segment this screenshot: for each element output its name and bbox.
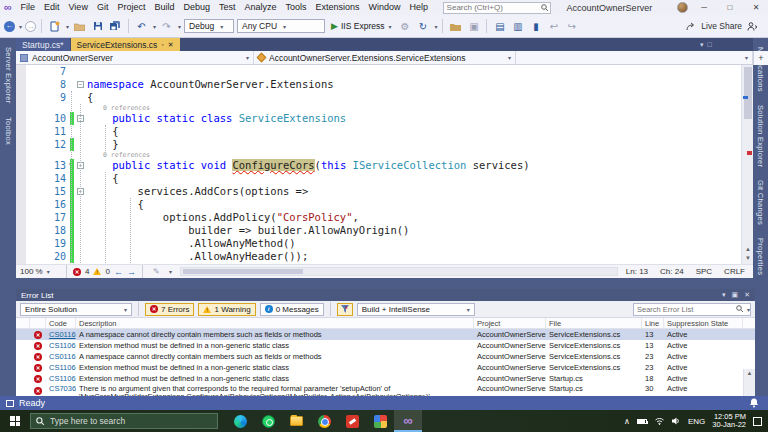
outlining-margin[interactable]: [75, 237, 87, 250]
menu-test[interactable]: Test: [214, 0, 240, 15]
float-window-icon[interactable]: □: [708, 41, 712, 48]
error-row[interactable]: ✕CS0116A namespace cannot directly conta…: [16, 351, 755, 362]
tool-window-tab-server-explorer[interactable]: Server Explorer: [3, 42, 14, 109]
document-tab-startupcs[interactable]: Startup.cs*: [16, 38, 70, 51]
error-code-cell[interactable]: CS0116: [46, 329, 76, 340]
error-code-link[interactable]: CS1106: [49, 363, 76, 372]
breakpoint-cell[interactable]: [16, 224, 26, 237]
menu-window[interactable]: Window: [364, 0, 405, 15]
scrollbar-thumb[interactable]: [183, 269, 303, 274]
taskbar-search[interactable]: Type here to search: [30, 413, 218, 429]
severity-filter-cell[interactable]: [16, 318, 30, 328]
user-avatar[interactable]: [677, 2, 688, 13]
solution-explorer-sync-icon[interactable]: ▣: [466, 19, 481, 34]
breakpoint-cell[interactable]: [16, 65, 26, 78]
code-line[interactable]: 19 .AllowAnyMethod(): [16, 237, 753, 250]
minimize-button[interactable]: ─: [694, 0, 714, 15]
outlining-margin[interactable]: [75, 91, 87, 104]
start-debugging-button[interactable]: ▶IIS Express▾: [328, 21, 394, 31]
breakpoint-cell[interactable]: [16, 185, 26, 198]
outlining-margin[interactable]: [75, 224, 87, 237]
line-ending-indicator[interactable]: CRLF: [724, 267, 745, 276]
codelens-row[interactable]: 0 references: [16, 104, 753, 112]
breakpoint-cell[interactable]: [16, 211, 26, 224]
warning-count-icon[interactable]: [93, 268, 101, 275]
error-row[interactable]: ✕CS1106Extension method must be defined …: [16, 373, 755, 384]
error-search-input[interactable]: [634, 305, 726, 314]
messages-toggle-button[interactable]: i0 Messages: [260, 303, 324, 316]
error-code-link[interactable]: CS0116: [49, 330, 76, 339]
outlining-margin[interactable]: −: [75, 185, 87, 198]
error-row[interactable]: ✕CS7036There is no argument given that c…: [16, 384, 755, 396]
code-line[interactable]: 7: [16, 65, 753, 78]
new-item-icon[interactable]: [47, 19, 62, 34]
code-line[interactable]: 15− services.AddCors(options =>: [16, 185, 753, 198]
find-in-files-icon[interactable]: [448, 19, 463, 34]
outlining-margin[interactable]: −: [75, 78, 87, 91]
pin-icon[interactable]: ▣: [732, 291, 739, 299]
save-all-icon[interactable]: [108, 19, 123, 34]
error-row[interactable]: ✕CS1106Extension method must be defined …: [16, 340, 755, 351]
editor-vertical-scrollbar[interactable]: ▲ ▼: [741, 65, 753, 264]
tool-window-tab-git-changes[interactable]: Git Changes: [755, 175, 766, 230]
taskbar-app-photos[interactable]: [366, 410, 394, 432]
tool-window-tab-properties[interactable]: Properties: [755, 233, 766, 280]
breakpoint-cell[interactable]: [16, 78, 26, 91]
prev-bookmark-icon[interactable]: ↩: [546, 19, 561, 34]
taskbar-app-file-explorer[interactable]: [282, 410, 310, 432]
error-count[interactable]: 4: [85, 267, 89, 276]
code-editor[interactable]: 78−namespace AccountOwnerServer.Extensio…: [16, 65, 753, 264]
type-dropdown[interactable]: AccountOwnerServer.Extensions.ServiceExt…: [254, 51, 516, 64]
redo-dropdown[interactable]: ▾: [178, 23, 181, 30]
outlining-margin[interactable]: [75, 172, 87, 185]
zoom-dropdown[interactable]: 100 %▾: [20, 267, 60, 276]
navigate-back-icon[interactable]: ←: [4, 21, 15, 32]
error-code-cell[interactable]: CS1106: [46, 373, 76, 384]
column-header-project[interactable]: Project: [474, 318, 546, 328]
menu-build[interactable]: Build: [150, 0, 179, 15]
code-lines[interactable]: 78−namespace AccountOwnerServer.Extensio…: [16, 65, 753, 263]
error-code-cell[interactable]: CS7036: [46, 385, 76, 393]
error-row[interactable]: ✕CS1106Extension method must be defined …: [16, 362, 755, 373]
error-code-cell[interactable]: CS0116: [46, 351, 76, 362]
column-header-description[interactable]: Description: [76, 318, 474, 328]
code-line[interactable]: 18 builder => builder.AllowAnyOrigin(): [16, 224, 753, 237]
undo-dropdown[interactable]: ▾: [153, 23, 156, 30]
error-code-link[interactable]: CS1106: [49, 374, 76, 383]
close-tab-icon[interactable]: ✕: [168, 41, 174, 48]
code-cleanup-dropdown[interactable]: ▾: [169, 268, 172, 275]
prev-issue-icon[interactable]: ←: [114, 267, 123, 277]
errors-toggle-button[interactable]: ✕7 Errors: [145, 303, 194, 316]
scroll-down-icon[interactable]: ▼: [742, 255, 753, 261]
menu-help[interactable]: Help: [405, 0, 433, 15]
solution-configuration-dropdown[interactable]: Debug▾: [184, 19, 234, 33]
breakpoint-cell[interactable]: [16, 125, 26, 138]
search-input[interactable]: [443, 2, 551, 14]
breakpoint-cell[interactable]: [16, 250, 26, 263]
next-issue-icon[interactable]: →: [127, 267, 136, 277]
search-options-dropdown[interactable]: ▾: [747, 306, 750, 313]
outlining-margin[interactable]: [75, 250, 87, 263]
error-code-cell[interactable]: CS1106: [46, 362, 76, 373]
panel-splitter[interactable]: [16, 278, 753, 289]
maximize-button[interactable]: □: [720, 0, 740, 15]
code-line[interactable]: 8−namespace AccountOwnerServer.Extension…: [16, 78, 753, 91]
menu-debug[interactable]: Debug: [179, 0, 215, 15]
code-line[interactable]: 17 options.AddPolicy("CorsPolicy",: [16, 211, 753, 224]
hot-reload-icon[interactable]: ⚙: [397, 19, 412, 34]
breakpoint-cell[interactable]: [16, 198, 26, 211]
member-dropdown[interactable]: ▾: [516, 51, 753, 64]
next-bookmark-icon[interactable]: ↪: [564, 19, 579, 34]
column-header-code[interactable]: Code: [46, 318, 76, 328]
outlining-margin[interactable]: [75, 138, 87, 151]
menu-view[interactable]: View: [64, 0, 92, 15]
error-row[interactable]: ✕CS0116A namespace cannot directly conta…: [16, 329, 755, 340]
taskbar-app-whatsapp[interactable]: [254, 410, 282, 432]
menu-edit[interactable]: Edit: [40, 0, 65, 15]
codelens-references[interactable]: 0 references: [16, 104, 150, 112]
save-icon[interactable]: [90, 19, 105, 34]
open-folder-icon[interactable]: [72, 19, 87, 34]
code-line[interactable]: 16 {: [16, 198, 753, 211]
warnings-toggle-button[interactable]: 1 Warning: [198, 303, 255, 316]
tab-overflow-icon[interactable]: ▾: [700, 41, 704, 49]
